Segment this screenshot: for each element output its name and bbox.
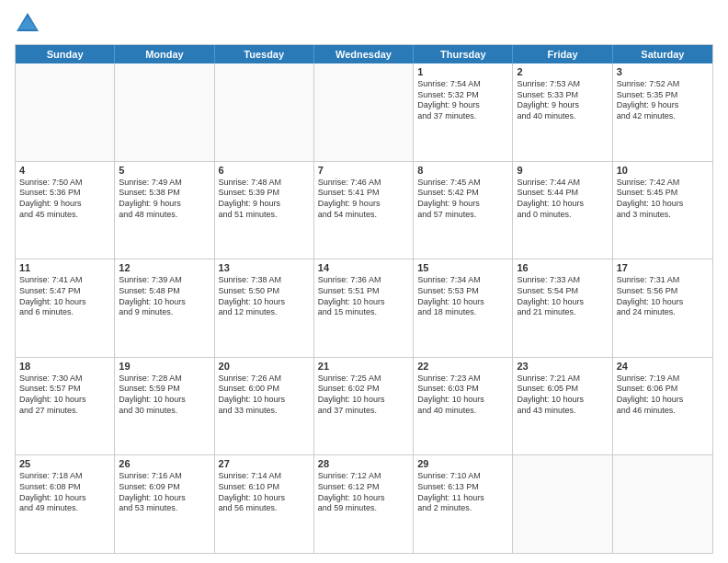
day-number: 13 xyxy=(219,262,310,273)
cell-info-line: Sunrise: 7:16 AM xyxy=(119,471,210,482)
cell-info-line: Daylight: 9 hours xyxy=(119,199,210,210)
cell-info-line: and 3 minutes. xyxy=(617,210,709,221)
cell-info-line: Daylight: 9 hours xyxy=(517,100,608,111)
cell-info-line: and 24 minutes. xyxy=(617,307,709,318)
cell-info-line: and 42 minutes. xyxy=(617,111,709,122)
day-number: 15 xyxy=(417,262,508,273)
cell-info-line: Daylight: 10 hours xyxy=(219,297,310,308)
calendar-empty-cell xyxy=(215,63,314,161)
day-number: 29 xyxy=(417,458,508,469)
cell-info-line: Sunset: 5:48 PM xyxy=(119,286,210,297)
calendar-day-19: 19Sunrise: 7:28 AMSunset: 5:59 PMDayligh… xyxy=(115,358,214,455)
calendar-day-11: 11Sunrise: 7:41 AMSunset: 5:47 PMDayligh… xyxy=(16,259,115,357)
cell-info-line: Sunrise: 7:26 AM xyxy=(219,373,310,385)
page: SundayMondayTuesdayWednesdayThursdayFrid… xyxy=(0,0,728,563)
day-number: 24 xyxy=(617,361,709,372)
day-number: 20 xyxy=(219,361,310,372)
day-number: 18 xyxy=(19,361,110,372)
calendar-week-4: 18Sunrise: 7:30 AMSunset: 5:57 PMDayligh… xyxy=(16,358,712,456)
calendar-day-25: 25Sunrise: 7:18 AMSunset: 6:08 PMDayligh… xyxy=(16,455,115,553)
day-number: 23 xyxy=(517,361,608,372)
cell-info-line: Sunrise: 7:42 AM xyxy=(617,178,709,189)
cell-info-line: Daylight: 10 hours xyxy=(417,297,508,308)
cell-info-line: and 18 minutes. xyxy=(417,307,508,318)
cell-info-line: and 6 minutes. xyxy=(19,307,110,318)
cell-info-line: Sunset: 6:06 PM xyxy=(617,384,709,395)
header-day-saturday: Saturday xyxy=(613,45,712,63)
logo-icon xyxy=(15,11,40,37)
day-number: 4 xyxy=(19,165,110,176)
cell-info-line: Sunset: 5:44 PM xyxy=(517,188,608,199)
calendar-day-26: 26Sunrise: 7:16 AMSunset: 6:09 PMDayligh… xyxy=(115,455,214,553)
calendar-week-2: 4Sunrise: 7:50 AMSunset: 5:36 PMDaylight… xyxy=(16,162,712,260)
cell-info-line: and 53 minutes. xyxy=(119,503,210,514)
calendar-day-10: 10Sunrise: 7:42 AMSunset: 5:45 PMDayligh… xyxy=(613,162,712,259)
day-number: 22 xyxy=(417,361,508,372)
header-day-thursday: Thursday xyxy=(414,45,513,63)
calendar-day-28: 28Sunrise: 7:12 AMSunset: 6:12 PMDayligh… xyxy=(314,455,414,553)
calendar-week-3: 11Sunrise: 7:41 AMSunset: 5:47 PMDayligh… xyxy=(16,259,712,358)
cell-info-line: and 46 minutes. xyxy=(617,406,709,417)
cell-info-line: Sunset: 5:47 PM xyxy=(19,286,110,297)
cell-info-line: Sunset: 5:32 PM xyxy=(417,90,508,101)
cell-info-line: Daylight: 10 hours xyxy=(119,395,210,406)
cell-info-line: Sunrise: 7:52 AM xyxy=(617,79,709,90)
calendar-header: SundayMondayTuesdayWednesdayThursdayFrid… xyxy=(16,45,712,63)
cell-info-line: Sunset: 5:53 PM xyxy=(417,286,508,297)
calendar-empty-cell xyxy=(613,455,712,553)
cell-info-line: Sunrise: 7:39 AM xyxy=(119,275,210,286)
calendar-day-18: 18Sunrise: 7:30 AMSunset: 5:57 PMDayligh… xyxy=(16,358,115,455)
day-number: 2 xyxy=(517,66,608,77)
cell-info-line: Sunrise: 7:18 AM xyxy=(19,471,110,482)
cell-info-line: Sunset: 5:36 PM xyxy=(19,188,110,199)
day-number: 14 xyxy=(318,262,409,273)
day-number: 12 xyxy=(119,262,210,273)
cell-info-line: Daylight: 10 hours xyxy=(219,395,310,406)
cell-info-line: Daylight: 10 hours xyxy=(318,493,409,504)
cell-info-line: Sunset: 5:45 PM xyxy=(617,188,709,199)
calendar-day-12: 12Sunrise: 7:39 AMSunset: 5:48 PMDayligh… xyxy=(115,259,214,357)
cell-info-line: Daylight: 10 hours xyxy=(19,395,110,406)
header-day-friday: Friday xyxy=(513,45,612,63)
cell-info-line: Daylight: 9 hours xyxy=(19,199,110,210)
day-number: 28 xyxy=(318,458,409,469)
cell-info-line: Daylight: 10 hours xyxy=(517,297,608,308)
cell-info-line: Sunset: 5:33 PM xyxy=(517,90,608,101)
cell-info-line: Sunrise: 7:46 AM xyxy=(318,178,409,189)
cell-info-line: Sunrise: 7:41 AM xyxy=(19,275,110,286)
cell-info-line: Sunset: 6:12 PM xyxy=(318,482,409,493)
cell-info-line: Sunset: 6:02 PM xyxy=(318,384,409,395)
cell-info-line: Sunrise: 7:45 AM xyxy=(417,178,508,189)
cell-info-line: Sunrise: 7:23 AM xyxy=(417,373,508,385)
cell-info-line: Daylight: 10 hours xyxy=(19,297,110,308)
calendar: SundayMondayTuesdayWednesdayThursdayFrid… xyxy=(15,44,713,554)
cell-info-line: and 51 minutes. xyxy=(219,210,310,221)
cell-info-line: and 40 minutes. xyxy=(417,406,508,417)
day-number: 26 xyxy=(119,458,210,469)
header-day-tuesday: Tuesday xyxy=(215,45,314,63)
calendar-empty-cell xyxy=(513,455,612,553)
cell-info-line: and 9 minutes. xyxy=(119,307,210,318)
cell-info-line: Sunrise: 7:19 AM xyxy=(617,373,709,385)
cell-info-line: and 37 minutes. xyxy=(318,406,409,417)
calendar-day-14: 14Sunrise: 7:36 AMSunset: 5:51 PMDayligh… xyxy=(314,259,414,357)
calendar-day-13: 13Sunrise: 7:38 AMSunset: 5:50 PMDayligh… xyxy=(215,259,314,357)
cell-info-line: Sunset: 5:56 PM xyxy=(617,286,709,297)
header-day-sunday: Sunday xyxy=(16,45,115,63)
day-number: 10 xyxy=(617,165,709,176)
cell-info-line: and 56 minutes. xyxy=(219,503,310,514)
cell-info-line: Sunset: 5:54 PM xyxy=(517,286,608,297)
cell-info-line: Sunset: 6:05 PM xyxy=(517,384,608,395)
calendar-body: 1Sunrise: 7:54 AMSunset: 5:32 PMDaylight… xyxy=(16,63,712,553)
cell-info-line: Sunrise: 7:28 AM xyxy=(119,373,210,385)
day-number: 16 xyxy=(517,262,608,273)
calendar-day-24: 24Sunrise: 7:19 AMSunset: 6:06 PMDayligh… xyxy=(613,358,712,455)
calendar-day-15: 15Sunrise: 7:34 AMSunset: 5:53 PMDayligh… xyxy=(414,259,513,357)
cell-info-line: Sunrise: 7:50 AM xyxy=(19,178,110,189)
cell-info-line: and 12 minutes. xyxy=(219,307,310,318)
calendar-empty-cell xyxy=(314,63,414,161)
day-number: 1 xyxy=(417,66,508,77)
day-number: 6 xyxy=(219,165,310,176)
day-number: 11 xyxy=(19,262,110,273)
calendar-day-4: 4Sunrise: 7:50 AMSunset: 5:36 PMDaylight… xyxy=(16,162,115,259)
